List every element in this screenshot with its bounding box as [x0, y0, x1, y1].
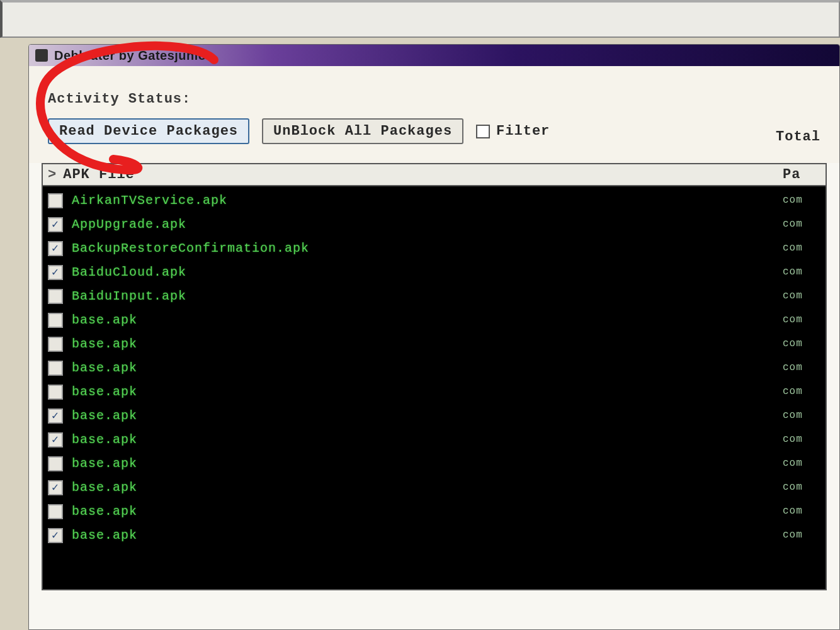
row-checkbox[interactable]: ✓ [48, 528, 63, 543]
package-prefix: com [783, 264, 820, 281]
app-icon [35, 49, 48, 62]
row-checkbox[interactable] [48, 193, 63, 208]
apk-filename: base.apk [72, 478, 783, 498]
table-row[interactable]: BaiduInput.apkcom [43, 284, 826, 308]
table-row[interactable]: ✓base.apkcom [43, 404, 826, 428]
apk-filename: BackupRestoreConfirmation.apk [72, 239, 783, 259]
package-prefix: com [783, 456, 820, 472]
row-checkbox[interactable] [48, 504, 63, 519]
filter-label: Filter [496, 123, 550, 139]
apk-filename: base.apk [72, 310, 783, 330]
table-row[interactable]: base.apkcom [43, 500, 826, 524]
unblock-all-packages-button[interactable]: UnBlock All Packages [262, 118, 463, 144]
row-checkbox[interactable]: ✓ [48, 432, 63, 447]
table-row[interactable]: ✓base.apkcom [43, 524, 826, 548]
package-prefix: com [783, 503, 820, 520]
table-row[interactable]: base.apkcom [43, 452, 826, 476]
row-checkbox[interactable] [48, 361, 63, 376]
package-prefix: com [783, 312, 820, 329]
table-row[interactable]: ✓AppUpgrade.apkcom [43, 213, 826, 237]
sort-indicator-icon: > [48, 167, 57, 183]
row-checkbox[interactable]: ✓ [48, 480, 63, 495]
apk-filename: base.apk [72, 358, 783, 378]
table-row[interactable]: base.apkcom [43, 308, 826, 332]
apk-filename: AppUpgrade.apk [72, 215, 783, 235]
package-prefix: com [783, 193, 820, 209]
package-prefix: com [783, 527, 820, 544]
app-window: Debloater by Gatesjunior Activity Status… [28, 44, 840, 630]
package-prefix: com [783, 336, 820, 352]
package-prefix: com [783, 384, 820, 400]
row-checkbox[interactable] [48, 456, 63, 471]
toolbar: Activity Status: Read Device Packages Un… [29, 66, 839, 163]
column-package[interactable]: Pa [783, 167, 820, 183]
package-prefix: com [783, 408, 820, 424]
row-checkbox[interactable]: ✓ [48, 217, 63, 232]
package-prefix: com [783, 360, 820, 376]
row-checkbox[interactable] [48, 337, 63, 352]
apk-filename: base.apk [72, 454, 783, 474]
list-body[interactable]: AirkanTVService.apkcom✓AppUpgrade.apkcom… [43, 186, 826, 589]
apk-filename: base.apk [72, 334, 783, 354]
package-prefix: com [783, 480, 820, 496]
table-row[interactable]: ✓BackupRestoreConfirmation.apkcom [43, 237, 826, 261]
row-checkbox[interactable]: ✓ [48, 408, 63, 424]
filter-checkbox-wrap[interactable]: Filter [476, 123, 550, 139]
apk-filename: base.apk [72, 430, 783, 450]
row-checkbox[interactable] [48, 289, 63, 304]
apk-filename: base.apk [72, 382, 783, 402]
filter-checkbox[interactable] [476, 125, 490, 138]
table-row[interactable]: ✓base.apkcom [43, 428, 826, 452]
row-checkbox[interactable]: ✓ [48, 265, 63, 280]
package-prefix: com [783, 217, 820, 233]
button-row: Read Device Packages UnBlock All Package… [48, 118, 827, 144]
read-device-packages-button[interactable]: Read Device Packages [48, 118, 249, 144]
row-checkbox[interactable] [48, 385, 63, 400]
apk-filename: BaiduCloud.apk [72, 262, 783, 283]
apk-filename: base.apk [72, 406, 783, 426]
titlebar[interactable]: Debloater by Gatesjunior [29, 45, 839, 66]
apk-filename: BaiduInput.apk [72, 286, 783, 307]
table-row[interactable]: base.apkcom [43, 356, 826, 380]
list-header[interactable]: > APK File Pa [43, 164, 826, 186]
apk-filename: base.apk [72, 502, 783, 522]
window-title: Debloater by Gatesjunior [54, 48, 212, 63]
activity-status-label: Activity Status: [48, 91, 827, 107]
table-row[interactable]: base.apkcom [43, 380, 826, 404]
row-checkbox[interactable]: ✓ [48, 241, 63, 256]
table-row[interactable]: base.apkcom [43, 332, 826, 356]
package-prefix: com [783, 288, 820, 305]
parent-window-edge [0, 0, 840, 38]
apk-filename: AirkanTVService.apk [72, 191, 783, 211]
total-label: Total [776, 129, 820, 145]
apk-filename: base.apk [72, 526, 783, 546]
table-row[interactable]: AirkanTVService.apkcom [43, 189, 826, 213]
table-row[interactable]: ✓base.apkcom [43, 476, 826, 500]
package-prefix: com [783, 240, 820, 257]
package-list: > APK File Pa AirkanTVService.apkcom✓App… [42, 163, 827, 590]
row-checkbox[interactable] [48, 313, 63, 328]
package-prefix: com [783, 432, 820, 448]
table-row[interactable]: ✓BaiduCloud.apkcom [43, 261, 826, 284]
column-apk-file[interactable]: APK File [63, 167, 783, 183]
